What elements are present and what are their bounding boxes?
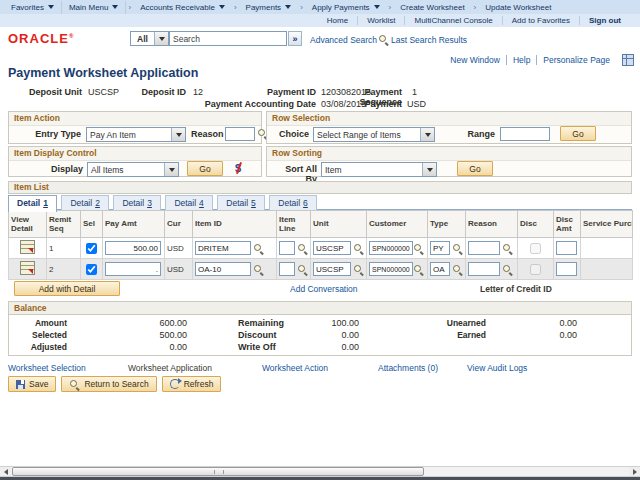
lookup-icon[interactable] [297,264,308,275]
save-button[interactable]: Save [8,376,56,392]
reason-input[interactable] [225,127,255,141]
view-detail-icon[interactable] [20,261,35,275]
write-off-label: Write Off [238,342,276,352]
unit-input[interactable] [313,241,351,255]
remit-seq-value: 1 [47,238,81,259]
tab-detail-2[interactable]: Detail2 [61,195,108,211]
search-scope-select[interactable]: All [130,31,169,46]
tab-detail-6[interactable]: Detail6 [269,195,316,211]
search-input[interactable] [169,31,287,46]
item-id-input[interactable] [195,241,251,255]
advanced-search-link[interactable]: Advanced Search [310,35,377,45]
reason-label: Reason [191,129,221,139]
worksheet-action-link[interactable]: Worksheet Action [262,363,328,373]
grid-layout-icon[interactable] [622,54,634,66]
scroll-right-arrow[interactable] [629,467,640,476]
breadcrumb-update-worksheet[interactable]: Update Worksheet [478,1,558,14]
item-display-control-groupbox: Item Display Control Display All Items G… [8,146,262,177]
help-link[interactable]: Help [507,55,537,65]
worksheet-selection-link[interactable]: Worksheet Selection [8,363,86,373]
amount-value: 600.00 [117,318,187,328]
worklist-link[interactable]: Worklist [357,16,404,25]
pay-amt-input[interactable] [105,262,161,276]
lookup-icon[interactable] [353,243,364,254]
tab-detail-4[interactable]: Detail4 [165,195,212,211]
lookup-icon[interactable] [413,243,424,254]
disc-checkbox [530,243,541,254]
scroll-left-arrow[interactable] [0,467,11,476]
item-line-input[interactable] [279,262,295,276]
scrollbar-thumb[interactable] [12,467,424,476]
row-sorting-go-button[interactable]: Go [457,161,493,176]
lookup-icon[interactable] [413,264,424,275]
breadcrumb: Favorites Main Menu › Accounts Receivabl… [0,0,640,15]
lookup-icon[interactable] [297,243,308,254]
home-link[interactable]: Home [318,16,357,25]
choice-select[interactable]: Select Range of Items [313,127,435,142]
lookup-icon[interactable] [253,264,264,275]
breadcrumb-favorites[interactable]: Favorites [4,1,62,14]
chevron-down-icon [374,5,380,9]
sort-all-by-select[interactable]: Item [321,162,437,177]
return-to-search-icon [69,379,80,390]
row-selection-go-button[interactable]: Go [560,126,596,141]
add-to-favorites-link[interactable]: Add to Favorites [502,16,579,25]
view-audit-logs-link[interactable]: View Audit Logs [467,363,527,373]
type-input[interactable] [430,262,450,276]
customer-input[interactable] [369,262,413,276]
lookup-icon[interactable] [452,264,463,275]
lookup-icon[interactable] [253,243,264,254]
discount-value: 0.00 [289,330,359,340]
lookup-icon[interactable] [502,243,513,254]
pay-amt-input[interactable] [105,241,161,255]
item-id-input[interactable] [195,262,251,276]
selected-value: 500.00 [117,330,187,340]
breadcrumb-create-worksheet[interactable]: Create Worksheet [393,1,471,14]
last-search-results-link[interactable]: Last Search Results [391,35,467,45]
oracle-logo: ORACLE® [8,31,74,46]
disc-amt-input[interactable] [556,241,577,255]
tab-detail-3[interactable]: Detail3 [113,195,160,211]
search-go-button[interactable]: » [288,31,302,46]
reason-input[interactable] [468,241,500,255]
reason-input[interactable] [468,262,500,276]
attachments-link[interactable]: Attachments (0) [378,363,438,373]
range-input[interactable] [500,127,550,141]
refresh-button[interactable]: Refresh [162,376,222,392]
customer-input[interactable] [369,241,413,255]
earned-value: 0.00 [507,330,577,340]
lookup-icon[interactable] [452,243,463,254]
lookup-icon[interactable] [502,264,513,275]
item-line-input[interactable] [279,241,295,255]
view-detail-icon[interactable] [20,240,35,254]
entry-type-select[interactable]: Pay An Item [86,127,186,142]
breadcrumb-payments[interactable]: Payments [239,1,299,14]
select-checkbox[interactable] [86,264,97,275]
horizontal-scrollbar[interactable] [0,466,640,477]
breadcrumb-apply-payments[interactable]: Apply Payments [305,1,387,14]
tab-detail-1[interactable]: Detail1 [8,195,57,212]
new-window-link[interactable]: New Window [444,55,507,65]
breadcrumb-accounts-receivable[interactable]: Accounts Receivable [133,1,232,14]
lookup-icon[interactable] [353,264,364,275]
scrollbar-track[interactable] [11,467,629,476]
disc-amt-input[interactable] [556,262,577,276]
tab-detail-5[interactable]: Detail5 [217,195,264,211]
add-with-detail-button[interactable]: Add with Detail [14,281,120,296]
personalize-page-link[interactable]: Personalize Page [537,55,616,65]
sign-out-link[interactable]: Sign out [579,16,630,25]
discount-label: Discount [238,330,277,340]
currency-conversion-icon[interactable]: $ [235,163,241,174]
refresh-icon [170,379,180,389]
display-select[interactable]: All Items [87,162,179,177]
col-sel: Sel [81,211,103,238]
header-links: Home Worklist MultiChannel Console Add t… [0,14,640,27]
add-conversation-link[interactable]: Add Conversation [290,284,358,294]
multichannel-console-link[interactable]: MultiChannel Console [404,16,501,25]
item-display-go-button[interactable]: Go [187,161,223,176]
unit-input[interactable] [313,262,351,276]
select-checkbox[interactable] [86,243,97,254]
return-to-search-button[interactable]: Return to Search [61,376,156,392]
breadcrumb-main-menu[interactable]: Main Menu [62,1,127,14]
type-input[interactable] [430,241,450,255]
